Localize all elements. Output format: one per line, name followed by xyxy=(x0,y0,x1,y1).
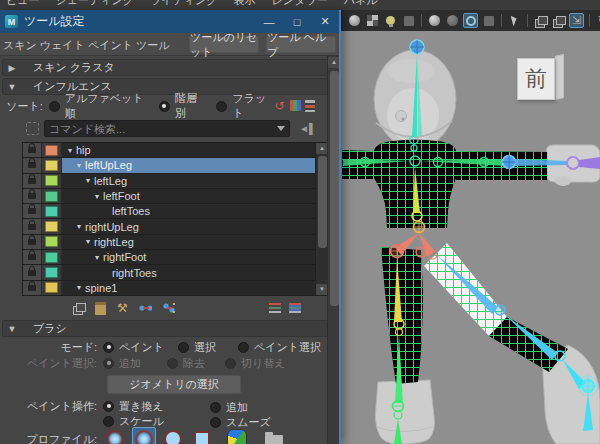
influence-color-swatch[interactable] xyxy=(45,191,58,202)
mode-paint-radio[interactable]: ペイント xyxy=(103,340,164,355)
refresh-icon[interactable]: ↻ xyxy=(595,13,600,28)
view-cube-side-face[interactable] xyxy=(555,54,564,100)
ramp-brush-icon[interactable] xyxy=(225,427,249,444)
lock-icon[interactable] xyxy=(23,143,42,157)
copy-view-icon[interactable] xyxy=(533,13,548,28)
tree-row-rightUpLeg[interactable]: ▾rightUpLeg xyxy=(23,219,327,234)
textured-icon[interactable] xyxy=(427,13,442,28)
sort-flat-radio[interactable]: フラット xyxy=(216,91,273,121)
tree-row-spine1[interactable]: ▾spine1 xyxy=(23,281,327,296)
sort-hierarchy-radio[interactable]: 階層別 xyxy=(159,91,204,121)
sort-alphabetical-radio[interactable]: アルファベット順 xyxy=(49,91,147,121)
expander-icon[interactable]: ▾ xyxy=(73,222,85,231)
influence-color-swatch[interactable] xyxy=(45,236,58,247)
expander-icon[interactable]: ▾ xyxy=(73,283,85,292)
left-knee-joint[interactable] xyxy=(495,305,505,315)
menu-shading[interactable]: シェーディング xyxy=(56,0,135,8)
gaussian-brush-icon[interactable] xyxy=(103,427,127,444)
soft-brush-icon[interactable] xyxy=(132,427,156,444)
hammer-weights-icon[interactable]: ⚒ xyxy=(116,302,129,315)
influence-color-swatch[interactable] xyxy=(45,252,58,263)
flag-list-icon[interactable] xyxy=(305,100,315,112)
column-display-icon[interactable] xyxy=(290,100,301,111)
influence-color-swatch[interactable] xyxy=(45,175,58,186)
wireframe-icon[interactable] xyxy=(365,13,380,28)
expander-icon[interactable]: ▾ xyxy=(73,161,85,170)
tree-row-leftToes[interactable]: ▾leftToes xyxy=(23,204,327,219)
influence-color-swatch[interactable] xyxy=(45,267,58,278)
tree-row-rightLeg[interactable]: ▾rightLeg xyxy=(23,235,327,250)
tree-row-leftLeg[interactable]: ▾leftLeg xyxy=(23,174,327,189)
tree-row-rightToes[interactable]: ▾rightToes xyxy=(23,265,327,280)
viewport-3d[interactable]: 前 xyxy=(341,31,600,444)
view-cube-front-face[interactable]: 前 xyxy=(517,58,555,100)
expander-icon[interactable]: ▾ xyxy=(91,192,103,201)
select-cursor-icon[interactable] xyxy=(507,13,522,28)
image-plane-icon[interactable]: ⇲ xyxy=(569,13,584,28)
tree-row-hip[interactable]: ▾hip xyxy=(23,143,327,158)
material-icon[interactable] xyxy=(445,13,460,28)
expander-icon[interactable]: ▾ xyxy=(82,176,94,185)
tree-row-leftFoot[interactable]: ▾leftFoot xyxy=(23,189,327,204)
tool-help-button[interactable]: ツール ヘルプ xyxy=(266,36,336,53)
leftUpLeg-joint[interactable] xyxy=(416,247,426,257)
lock-icon[interactable] xyxy=(23,174,42,188)
lock-icon[interactable] xyxy=(23,219,42,233)
tree-scrollbar-thumb[interactable] xyxy=(318,156,327,248)
solid-brush-icon[interactable] xyxy=(161,427,185,444)
influence-color-swatch[interactable] xyxy=(45,221,58,232)
influence-color-swatch[interactable] xyxy=(45,206,58,217)
menu-view[interactable]: ビュー xyxy=(6,0,40,8)
section-brush[interactable]: ▼ ブラシ xyxy=(2,320,329,337)
lighting-icon[interactable] xyxy=(383,13,398,28)
lock-icon[interactable] xyxy=(23,235,42,249)
influence-color-swatch[interactable] xyxy=(45,160,58,171)
influence-tree[interactable]: ▾hip ▾leftUpLeg ▾leftLeg ▾leftFoot ▾left… xyxy=(22,142,328,296)
tree-row-leftUpLeg[interactable]: ▾leftUpLeg xyxy=(23,158,327,173)
influence-color-swatch[interactable] xyxy=(45,282,58,293)
square-brush-icon[interactable] xyxy=(190,427,214,444)
paste-view-icon[interactable] xyxy=(551,13,566,28)
refresh-sort-icon[interactable]: ↺ xyxy=(273,100,286,113)
lock-icon[interactable] xyxy=(23,265,42,279)
expander-icon[interactable]: ▾ xyxy=(82,237,94,246)
scroll-up-icon[interactable]: ▲ xyxy=(328,57,340,68)
menu-lighting[interactable]: ライティング xyxy=(150,0,218,8)
expander-icon[interactable]: ▾ xyxy=(91,253,103,262)
reset-tool-button[interactable]: ツールのリセット xyxy=(189,36,259,53)
mode-paint-select-radio[interactable]: ペイント選択 xyxy=(238,340,321,355)
lock-icon[interactable] xyxy=(23,204,42,218)
smooth-shade-icon[interactable] xyxy=(347,13,362,28)
menu-panels[interactable]: パネル xyxy=(344,0,378,8)
lock-icon[interactable] xyxy=(23,281,42,295)
show-influences-icon[interactable] xyxy=(269,303,281,313)
command-search-field[interactable] xyxy=(44,120,290,137)
op-replace-radio[interactable]: 置き換え xyxy=(103,399,164,414)
shadows-icon[interactable] xyxy=(401,13,416,28)
paste-weights-icon[interactable] xyxy=(95,302,106,315)
select-geometry-button[interactable]: ジオメトリの選択 xyxy=(107,375,241,394)
lock-icon[interactable] xyxy=(23,158,42,172)
tree-row-rightFoot[interactable]: ▾rightFoot xyxy=(23,250,327,265)
tree-scrollbar[interactable]: ▲ ▼ xyxy=(315,143,327,295)
menu-show[interactable]: 表示 xyxy=(234,0,256,8)
mode-select-radio[interactable]: 選択 xyxy=(178,340,216,355)
lock-icon[interactable] xyxy=(23,250,42,264)
field-icon[interactable] xyxy=(481,13,496,28)
selection-box-icon[interactable] xyxy=(26,122,39,135)
view-cube[interactable]: 前 xyxy=(517,56,563,102)
browse-folder-icon[interactable] xyxy=(262,427,286,444)
menu-renderer[interactable]: レンダラー xyxy=(272,0,328,8)
window-scrollbar[interactable]: ▲ xyxy=(327,56,339,444)
chevron-down-icon[interactable] xyxy=(277,126,285,131)
search-input[interactable] xyxy=(49,121,269,136)
lock-icon[interactable] xyxy=(23,189,42,203)
search-options-icon[interactable]: ◄▌ xyxy=(299,123,316,134)
window-scrollbar-thumb[interactable] xyxy=(330,71,339,306)
isolate-select-icon[interactable] xyxy=(463,13,478,28)
copy-weights-icon[interactable] xyxy=(72,302,85,315)
show-all-icon[interactable] xyxy=(289,303,301,313)
expander-icon[interactable]: ▾ xyxy=(64,146,76,155)
section-skin-cluster[interactable]: ▶ スキン クラスタ xyxy=(2,59,329,76)
influence-color-swatch[interactable] xyxy=(45,145,58,156)
